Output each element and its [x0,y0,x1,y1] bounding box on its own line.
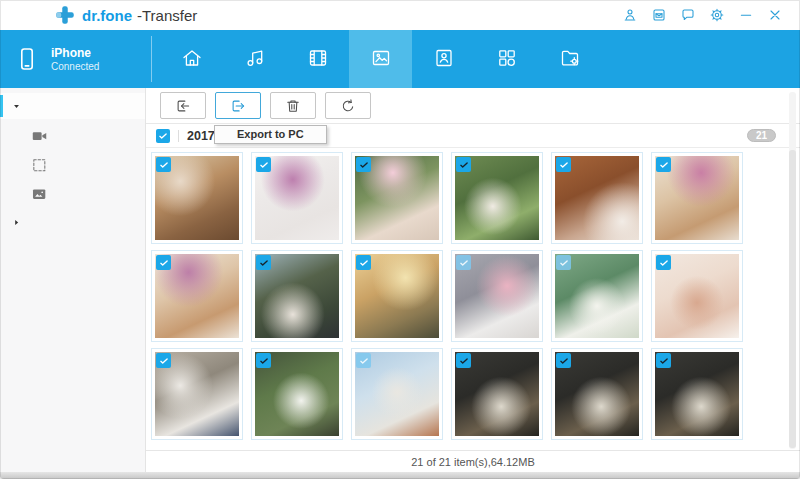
photo-thumbnail[interactable] [651,348,743,440]
photo-thumbnail[interactable] [151,250,243,342]
photo-thumbnail[interactable] [151,348,243,440]
music-icon [243,46,267,70]
photo-checkbox[interactable] [156,353,171,368]
photo-thumbnail[interactable] [351,250,443,342]
photo-thumbnail[interactable] [251,152,343,244]
tab-apps[interactable] [475,30,538,88]
photo-thumbnail[interactable] [451,250,543,342]
check-icon [459,356,469,366]
import-button[interactable] [160,92,206,119]
photo-thumbnail[interactable] [651,152,743,244]
device-name: iPhone [51,46,99,61]
sidebar-item-videos[interactable] [0,122,145,151]
photo-thumbnail[interactable] [551,152,643,244]
photo-thumbnail[interactable] [551,348,643,440]
sidebar-item-photo-library[interactable] [0,209,145,235]
check-icon [158,131,168,141]
tab-home[interactable] [160,30,223,88]
refresh-icon [339,97,357,115]
window-controls [619,4,786,26]
select-all-checkbox[interactable] [156,129,170,143]
photo-checkbox[interactable] [456,353,471,368]
photo-thumbnail[interactable] [151,152,243,244]
sidebar-item-camera-roll[interactable] [0,93,145,119]
tab-explorer[interactable] [538,30,601,88]
settings-icon [709,7,725,23]
device-panel: iPhone Connected [0,30,152,88]
toolbar [146,88,800,124]
photo-checkbox[interactable] [456,157,471,172]
refresh-button[interactable] [325,92,371,119]
photo-checkbox[interactable] [656,157,671,172]
photo-checkbox[interactable] [556,255,571,270]
check-icon [659,258,669,268]
vertical-scrollbar-thumb[interactable] [789,150,796,448]
check-icon [259,258,269,268]
photo-checkbox[interactable] [656,255,671,270]
settings-button[interactable] [706,4,728,26]
photo-checkbox[interactable] [556,353,571,368]
tab-information[interactable] [412,30,475,88]
photo-checkbox[interactable] [456,255,471,270]
nav-tabs [152,30,601,88]
device-status: Connected [51,61,99,72]
photo-grid [151,152,743,440]
videos-icon [306,46,330,70]
triangle-right-icon [12,218,21,227]
tab-music[interactable] [223,30,286,88]
close-button[interactable] [764,4,786,26]
photo-checkbox[interactable] [356,157,371,172]
photo-checkbox[interactable] [356,255,371,270]
photo-thumbnail[interactable] [251,348,343,440]
check-icon [359,258,369,268]
photo-checkbox[interactable] [356,353,371,368]
sidebar-item-screenshots[interactable] [0,151,145,180]
photo-checkbox[interactable] [156,157,171,172]
photo-checkbox[interactable] [256,353,271,368]
photo-thumbnail[interactable] [651,250,743,342]
check-icon [559,160,569,170]
delete-button[interactable] [270,92,316,119]
status-text: 21 of 21 item(s),64.12MB [411,456,535,468]
photo-checkbox[interactable] [256,255,271,270]
titlebar: dr.fone -Transfer [0,0,800,30]
check-icon [459,258,469,268]
import-icon [174,97,192,115]
window-bottom-edge [0,472,800,479]
minimize-button[interactable] [735,4,757,26]
mail-icon [651,7,667,23]
tab-videos[interactable] [286,30,349,88]
photo-checkbox[interactable] [256,157,271,172]
export-button[interactable] [215,92,261,119]
check-icon [259,356,269,366]
photo-thumbnail[interactable] [251,250,343,342]
user-button[interactable] [619,4,641,26]
photo-thumbnail[interactable] [351,348,443,440]
minimize-icon [738,7,754,23]
brand-name: dr.fone [82,7,132,24]
check-icon [359,160,369,170]
check-icon [159,258,169,268]
mail-button[interactable] [648,4,670,26]
export-icon [229,97,247,115]
photo-thumbnail[interactable] [551,250,643,342]
photo-thumbnail[interactable] [451,152,543,244]
screenshot-icon [31,157,48,174]
check-icon [159,356,169,366]
photo-checkbox[interactable] [556,157,571,172]
explorer-icon [558,46,582,70]
chat-button[interactable] [677,4,699,26]
home-icon [180,46,204,70]
tab-photos[interactable] [349,30,412,88]
sidebar-item-depth-effect[interactable] [0,180,145,209]
photo-checkbox[interactable] [656,353,671,368]
photo-checkbox[interactable] [156,255,171,270]
app-window: dr.fone -Transfer iPhone Connected Expor… [0,0,800,479]
video-camera-icon [31,128,48,145]
divider [178,130,179,142]
chat-icon [680,7,696,23]
photo-thumbnail[interactable] [451,348,543,440]
close-icon [767,7,783,23]
photo-thumbnail[interactable] [351,152,443,244]
apps-icon [495,46,519,70]
